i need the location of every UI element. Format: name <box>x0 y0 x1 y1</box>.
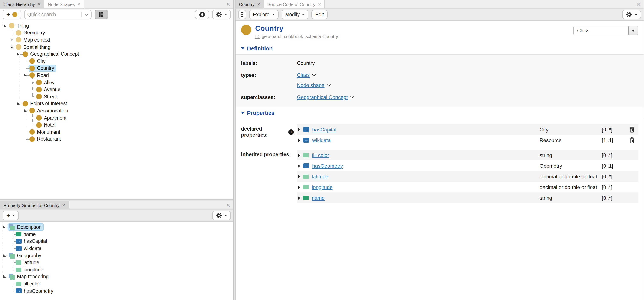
class-tree-item-road[interactable]: Road <box>0 72 234 79</box>
close-tab-icon[interactable]: × <box>257 2 260 7</box>
detail-tab-country[interactable]: Country× <box>236 0 264 8</box>
tree-node[interactable]: Thing <box>8 23 31 29</box>
expand-property-icon[interactable] <box>298 196 303 200</box>
expanded-expander-icon[interactable] <box>18 101 22 106</box>
class-tree-item-accomodation[interactable]: Accomodation <box>0 107 234 114</box>
tree-node[interactable]: latitude <box>15 260 41 266</box>
tree-node[interactable]: Hotel <box>36 122 57 128</box>
class-tree-item-monument[interactable]: Monument <box>0 128 234 135</box>
detail-tab-source-code-of-country[interactable]: Source Code of Country× <box>264 0 325 8</box>
tree-node[interactable]: Spatial thing <box>15 44 52 50</box>
close-tab-icon[interactable]: × <box>78 2 80 7</box>
group-tree-item-name[interactable]: name <box>0 231 234 238</box>
detail-settings-button[interactable] <box>622 10 641 19</box>
close-tab-icon[interactable]: × <box>62 203 65 208</box>
collapse-section-icon[interactable] <box>241 47 244 50</box>
tree-node[interactable]: Monument <box>29 129 62 135</box>
upload-button[interactable] <box>195 10 209 19</box>
expanded-expander-icon[interactable] <box>24 108 30 113</box>
edit-button[interactable]: Edit <box>312 10 328 19</box>
class-tree-item-spatial-thing[interactable]: Spatial thing <box>0 44 234 51</box>
property-link[interactable]: latitude <box>312 174 328 180</box>
class-tree-item-city[interactable]: City <box>0 58 234 65</box>
tree-node[interactable]: Road <box>29 72 50 79</box>
class-tree-item-map-context[interactable]: Map context <box>0 36 234 43</box>
property-link[interactable]: name <box>312 195 324 201</box>
tree-node[interactable]: Geometry <box>15 30 47 36</box>
tree-node[interactable]: Alley <box>36 79 56 86</box>
hierarchy-settings-button[interactable] <box>212 10 231 19</box>
vertical-splitter[interactable] <box>234 0 236 300</box>
class-hierarchy-tab-class-hierarchy[interactable]: Class Hierarchy× <box>0 0 44 8</box>
expanded-expander-icon[interactable] <box>4 225 8 230</box>
add-property-button[interactable]: + <box>288 129 294 135</box>
entity-type-combo-button[interactable] <box>628 26 638 35</box>
class-tree-item-restaurant[interactable]: Restaurant <box>0 135 234 142</box>
tree-node[interactable]: Map context <box>15 37 52 43</box>
delete-property-button[interactable] <box>626 126 637 133</box>
property-groups-tab-property-groups-for-country[interactable]: Property Groups for Country× <box>0 201 69 209</box>
tree-node[interactable]: Description <box>8 224 43 231</box>
tree-node[interactable]: →hasGeometry <box>15 288 55 294</box>
expanded-expander-icon[interactable] <box>18 51 22 57</box>
class-hierarchy-tab-node-shapes[interactable]: Node Shapes× <box>44 0 84 8</box>
group-tree-item-map-rendering[interactable]: Map rendering <box>0 273 234 280</box>
display-mode-toggle-button[interactable] <box>94 10 108 19</box>
expand-property-icon[interactable] <box>298 138 303 142</box>
expanded-expander-icon[interactable] <box>4 253 8 258</box>
expanded-expander-icon[interactable] <box>11 44 16 50</box>
collapse-section-icon[interactable] <box>241 112 244 114</box>
group-tree-item-hasgeometry[interactable]: →hasGeometry <box>0 287 234 294</box>
expand-property-icon[interactable] <box>298 154 303 157</box>
close-panel-icon[interactable]: ✕ <box>633 2 644 7</box>
more-options-button[interactable] <box>238 10 246 19</box>
tree-node[interactable]: Street <box>36 93 58 100</box>
tree-node[interactable]: Geographical Concept <box>22 51 81 57</box>
group-tree-item-geography[interactable]: Geography <box>0 252 234 259</box>
group-tree-item-longitude[interactable]: longitude <box>0 266 234 273</box>
class-tree-item-street[interactable]: Street <box>0 93 234 100</box>
group-tree-item-hascapital[interactable]: →hasCapital <box>0 238 234 245</box>
chevron-down-icon[interactable] <box>327 83 330 87</box>
property-link[interactable]: fill color <box>312 152 329 158</box>
definition-value-link[interactable]: Class <box>297 72 310 78</box>
tree-node[interactable]: Accomodation <box>29 107 70 114</box>
property-groups-settings-button[interactable] <box>212 211 231 220</box>
tree-node[interactable]: Country <box>29 65 56 71</box>
chevron-down-icon[interactable] <box>350 95 354 99</box>
property-link[interactable]: hasCapital <box>312 126 336 132</box>
class-tree-item-hotel[interactable]: Hotel <box>0 121 234 128</box>
tree-node[interactable]: Points of Interest <box>22 100 69 107</box>
tree-node[interactable]: Map rendering <box>8 273 50 280</box>
class-tree-item-country[interactable]: Country <box>0 65 234 72</box>
group-tree-item-fill-color[interactable]: fill color <box>0 280 234 287</box>
chevron-down-icon[interactable] <box>312 73 316 76</box>
collapsed-expander-icon[interactable] <box>11 37 16 43</box>
delete-property-button[interactable] <box>626 137 637 143</box>
expand-property-icon[interactable] <box>298 175 303 178</box>
expand-property-icon[interactable] <box>298 128 303 131</box>
property-link[interactable]: wikidata <box>312 137 331 143</box>
tree-node[interactable]: longitude <box>15 267 45 273</box>
expand-property-icon[interactable] <box>298 185 303 189</box>
class-tree-item-apartment[interactable]: Apartment <box>0 114 234 121</box>
class-tree-item-avenue[interactable]: Avenue <box>0 86 234 93</box>
close-panel-icon[interactable]: ✕ <box>223 203 234 208</box>
expanded-expander-icon[interactable] <box>24 73 30 78</box>
class-tree-item-alley[interactable]: Alley <box>0 79 234 86</box>
tree-node[interactable]: Avenue <box>36 86 62 93</box>
property-link[interactable]: longitude <box>312 184 332 190</box>
chevron-down-icon[interactable] <box>84 13 88 16</box>
class-tree-item-points-of-interest[interactable]: Points of Interest <box>0 100 234 107</box>
tree-node[interactable]: →hasCapital <box>15 238 49 244</box>
tree-node[interactable]: Geography <box>8 252 43 259</box>
tree-node[interactable]: Apartment <box>36 115 68 121</box>
horizontal-splitter[interactable] <box>0 199 234 201</box>
definition-value-link[interactable]: Node shape <box>297 82 324 88</box>
expanded-expander-icon[interactable] <box>4 23 9 28</box>
add-property-group-button[interactable]: + <box>2 211 19 220</box>
entity-type-value[interactable]: Class <box>573 26 629 35</box>
tree-node[interactable]: →wikidata <box>15 245 43 251</box>
definition-value-link[interactable]: Geographical Concept <box>297 94 348 100</box>
class-tree-item-geometry[interactable]: Geometry <box>0 29 234 36</box>
